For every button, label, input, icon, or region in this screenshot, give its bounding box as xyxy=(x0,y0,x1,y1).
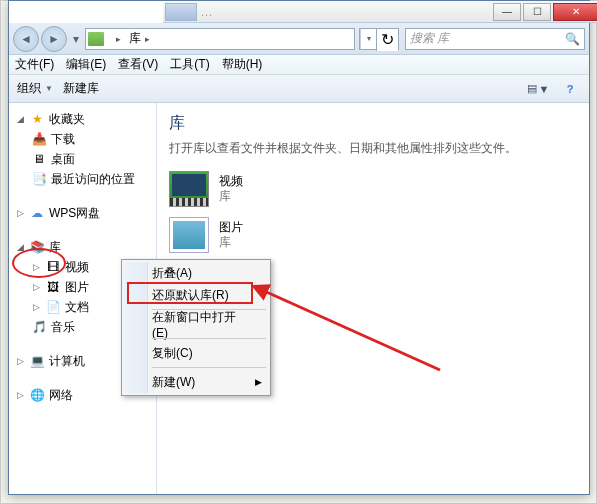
item-name: 视频 xyxy=(219,174,243,189)
parent-title-text: ... xyxy=(201,6,493,18)
menu-help[interactable]: 帮助(H) xyxy=(222,56,263,73)
tree-label: 文档 xyxy=(65,299,89,316)
tree-recent[interactable]: 📑最近访问的位置 xyxy=(9,169,156,189)
item-sub: 库 xyxy=(219,189,243,204)
music-icon: 🎵 xyxy=(31,320,47,334)
library-icon: 📚 xyxy=(29,240,45,254)
tree-label: 桌面 xyxy=(51,151,75,168)
tree-desktop[interactable]: 🖥桌面 xyxy=(9,149,156,169)
ctx-restore-default-libraries[interactable]: 还原默认库(R) xyxy=(124,284,268,306)
tree-downloads[interactable]: 📥下载 xyxy=(9,129,156,149)
cloud-icon: ☁ xyxy=(29,206,45,220)
page-description: 打开库以查看文件并根据文件夹、日期和其他属性排列这些文件。 xyxy=(169,140,577,157)
menu-file[interactable]: 文件(F) xyxy=(15,56,54,73)
new-library-button[interactable]: 新建库 xyxy=(63,80,99,97)
search-icon: 🔍 xyxy=(565,32,580,46)
document-icon: 📄 xyxy=(45,300,61,314)
view-icon: ▤ xyxy=(527,82,537,95)
breadcrumb-libraries[interactable]: 库 xyxy=(129,30,141,47)
tree-label: 库 xyxy=(49,239,61,256)
parent-titlebar: ... — ☐ ✕ xyxy=(163,1,597,23)
tree-label: WPS网盘 xyxy=(49,205,100,222)
expand-icon[interactable]: ▷ xyxy=(31,282,41,292)
chevron-down-icon: ▼ xyxy=(539,83,550,95)
refresh-button[interactable]: ↻ xyxy=(376,29,398,51)
nav-back-button[interactable]: ◄ xyxy=(13,26,39,52)
expand-icon[interactable]: ▷ xyxy=(15,390,25,400)
submenu-arrow-icon: ▶ xyxy=(255,377,262,387)
nav-history-dropdown[interactable]: ▾ xyxy=(69,29,83,49)
collapse-icon[interactable]: ◢ xyxy=(15,114,25,124)
tree-label: 图片 xyxy=(65,279,89,296)
separator xyxy=(152,367,266,368)
video-icon: 🎞 xyxy=(45,260,61,274)
picture-thumb-icon xyxy=(169,217,209,253)
download-icon: 📥 xyxy=(31,132,47,146)
explorer-window: ... — ☐ ✕ ◄ ► ▾ ▸ 库 ▸ ▾ ↻ 搜索 库 🔍 xyxy=(8,0,590,495)
page-title: 库 xyxy=(169,113,577,134)
expand-icon[interactable]: ▷ xyxy=(31,262,41,272)
chevron-icon: ▸ xyxy=(116,34,121,44)
chevron-down-icon: ▼ xyxy=(45,84,53,93)
tree-favorites[interactable]: ◢ ★ 收藏夹 xyxy=(9,109,156,129)
desktop-icon: 🖥 xyxy=(31,152,47,166)
tree-wps[interactable]: ▷☁WPS网盘 xyxy=(9,203,156,223)
refresh-group: ▾ ↻ xyxy=(359,28,399,50)
video-thumb-icon xyxy=(169,171,209,207)
minimize-button[interactable]: — xyxy=(493,3,521,21)
view-options-button[interactable]: ▤▼ xyxy=(527,79,549,99)
expand-icon[interactable]: ▷ xyxy=(31,302,41,312)
tree-label: 网络 xyxy=(49,387,73,404)
tree-libraries[interactable]: ◢📚库 xyxy=(9,237,156,257)
ctx-collapse[interactable]: 折叠(A) xyxy=(124,262,268,284)
address-bar[interactable]: ▸ 库 ▸ xyxy=(85,28,355,50)
search-input[interactable]: 搜索 库 🔍 xyxy=(405,28,585,50)
chevron-icon: ▸ xyxy=(145,34,150,44)
menu-edit[interactable]: 编辑(E) xyxy=(66,56,106,73)
menu-view[interactable]: 查看(V) xyxy=(118,56,158,73)
item-sub: 库 xyxy=(219,235,243,250)
tree-label: 下载 xyxy=(51,131,75,148)
command-bar: 组织 ▼ 新建库 ▤▼ ? xyxy=(9,75,589,103)
picture-icon: 🖼 xyxy=(45,280,61,294)
library-item-pictures[interactable]: 图片库 xyxy=(169,217,577,253)
tree-label: 音乐 xyxy=(51,319,75,336)
tree-label: 计算机 xyxy=(49,353,85,370)
library-icon xyxy=(88,32,104,46)
organize-button[interactable]: 组织 ▼ xyxy=(17,80,53,97)
separator xyxy=(152,338,266,339)
nav-forward-button[interactable]: ► xyxy=(41,26,67,52)
menu-tools[interactable]: 工具(T) xyxy=(170,56,209,73)
menu-bar: 文件(F) 编辑(E) 查看(V) 工具(T) 帮助(H) xyxy=(9,55,589,75)
organize-label: 组织 xyxy=(17,80,41,97)
help-button[interactable]: ? xyxy=(559,79,581,99)
parent-app-icon xyxy=(165,3,197,21)
library-item-videos[interactable]: 视频库 xyxy=(169,171,577,207)
ctx-open-new-window[interactable]: 在新窗口中打开(E) xyxy=(124,313,268,335)
expand-icon[interactable]: ▷ xyxy=(15,208,25,218)
address-dropdown[interactable]: ▾ xyxy=(360,29,376,49)
item-name: 图片 xyxy=(219,220,243,235)
recent-icon: 📑 xyxy=(31,172,47,186)
close-button[interactable]: ✕ xyxy=(553,3,597,21)
tree-label: 收藏夹 xyxy=(49,111,85,128)
computer-icon: 💻 xyxy=(29,354,45,368)
ctx-copy[interactable]: 复制(C) xyxy=(124,342,268,364)
search-placeholder: 搜索 库 xyxy=(410,30,449,47)
tree-label: 视频 xyxy=(65,259,89,276)
expand-icon[interactable]: ▷ xyxy=(15,356,25,366)
address-row: ◄ ► ▾ ▸ 库 ▸ ▾ ↻ 搜索 库 🔍 xyxy=(9,23,589,55)
context-menu: 折叠(A) 还原默认库(R) 在新窗口中打开(E) 复制(C) 新建(W)▶ xyxy=(121,259,271,396)
ctx-label: 新建(W) xyxy=(152,374,195,391)
main-area: ◢ ★ 收藏夹 📥下载 🖥桌面 📑最近访问的位置 ▷☁WPS网盘 ◢📚库 ▷🎞视… xyxy=(9,103,589,494)
collapse-icon[interactable]: ◢ xyxy=(15,242,25,252)
tree-label: 最近访问的位置 xyxy=(51,171,135,188)
newlib-label: 新建库 xyxy=(63,80,99,97)
ctx-new[interactable]: 新建(W)▶ xyxy=(124,371,268,393)
star-icon: ★ xyxy=(29,112,45,126)
maximize-button[interactable]: ☐ xyxy=(523,3,551,21)
network-icon: 🌐 xyxy=(29,388,45,402)
